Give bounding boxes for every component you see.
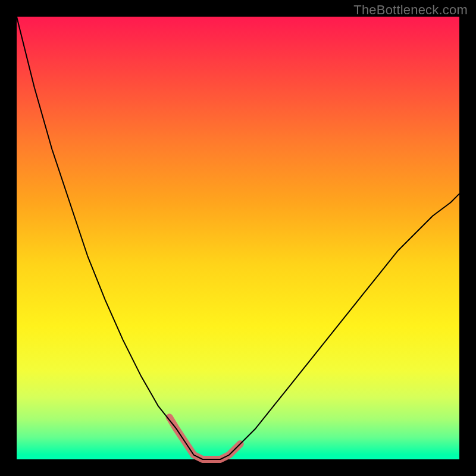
chart-svg: [17, 17, 459, 459]
bottleneck-curve: [17, 17, 459, 459]
chart-frame: TheBottleneck.com: [0, 0, 476, 476]
bottleneck-accent: [170, 417, 240, 459]
watermark-text: TheBottleneck.com: [353, 2, 468, 18]
plot-area: [17, 17, 459, 459]
